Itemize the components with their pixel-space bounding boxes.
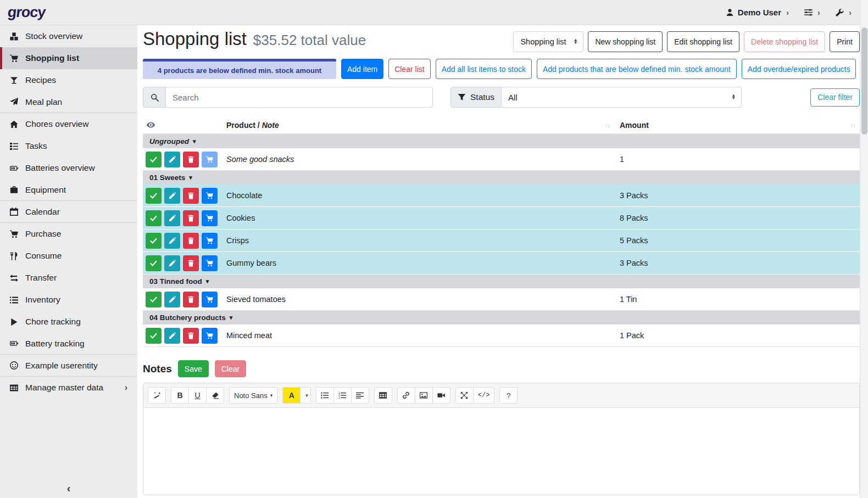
page-header: Shopping list $35.52 total value Shoppin…	[143, 29, 860, 52]
sidebar-item-batteries-overview[interactable]: Batteries overview	[0, 157, 137, 179]
edit-shopping-list-button[interactable]: Edit shopping list	[667, 31, 739, 52]
sidebar-item-tasks[interactable]: Tasks	[0, 135, 137, 157]
insert-video-button[interactable]	[432, 387, 450, 404]
clear-filter-button[interactable]: Clear filter	[810, 88, 860, 107]
user-menu[interactable]: Demo User ›	[726, 8, 789, 17]
edit-item-button[interactable]	[164, 292, 180, 307]
sidebar-item-inventory[interactable]: Inventory	[0, 289, 137, 311]
grocy-logo[interactable]: grocy	[7, 4, 46, 21]
sidebar-item-chores-overview[interactable]: Chores overview	[0, 113, 137, 135]
edit-item-button[interactable]	[164, 188, 180, 204]
print-button[interactable]: Print	[830, 31, 860, 52]
sidebar-item-shopping-list[interactable]: Shopping list	[0, 47, 137, 69]
sidebar-item-recipes[interactable]: Recipes	[0, 69, 137, 91]
new-shopping-list-button[interactable]: New shopping list	[588, 31, 663, 52]
delete-item-button[interactable]	[183, 292, 199, 307]
search-input[interactable]	[166, 87, 433, 108]
add-overdue-button[interactable]: Add overdue/expired products	[742, 59, 856, 79]
product-group-header[interactable]: 04 Butchery products▾	[143, 311, 860, 324]
sidebar-item-battery-tracking[interactable]: Battery tracking	[0, 333, 137, 355]
sidebar-item-meal-plan[interactable]: Meal plan	[0, 91, 137, 113]
highlight-caret-button[interactable]: ▾	[300, 387, 311, 404]
done-button[interactable]	[146, 210, 162, 226]
help-button[interactable]: ?	[499, 387, 518, 404]
underline-button[interactable]: U	[188, 387, 207, 404]
status-select[interactable]: All ▲▼	[502, 87, 742, 108]
ordered-list-button[interactable]: 123	[333, 387, 352, 404]
edit-item-button[interactable]	[164, 233, 180, 249]
delete-item-button[interactable]	[183, 233, 199, 249]
delete-item-button[interactable]	[183, 328, 199, 344]
edit-item-button[interactable]	[164, 255, 180, 271]
sidebar-item-manage-master-data[interactable]: Manage master data›	[0, 377, 137, 399]
notes-clear-button[interactable]: Clear	[215, 360, 246, 377]
paragraph-align-button[interactable]	[351, 387, 369, 404]
add-to-stock-button[interactable]	[202, 233, 218, 249]
sidebar-item-consume[interactable]: Consume	[0, 245, 137, 267]
insert-picture-button[interactable]	[415, 387, 433, 404]
product-column-header[interactable]: Product /Note	[226, 121, 279, 130]
clear-list-button[interactable]: Clear list	[388, 59, 430, 79]
min-stock-notice[interactable]: 4 products are below defined min. stock …	[143, 59, 336, 79]
notes-editor-area[interactable]	[143, 408, 859, 495]
scrollbar-thumb[interactable]	[861, 27, 867, 135]
add-to-stock-button[interactable]	[202, 152, 218, 167]
align-left-icon	[356, 391, 364, 399]
shopping-list-select[interactable]: Shopping list ▲▼	[513, 31, 583, 52]
edit-item-button[interactable]	[164, 328, 180, 344]
bold-button[interactable]: B	[171, 387, 189, 404]
fullscreen-button[interactable]	[455, 387, 474, 404]
add-to-stock-button[interactable]	[202, 328, 218, 344]
sort-icon[interactable]: ↑↓	[850, 122, 855, 128]
done-button[interactable]	[146, 292, 162, 307]
amount-column-header[interactable]: Amount	[620, 121, 649, 130]
done-button[interactable]	[146, 188, 162, 204]
sidebar-item-equipment[interactable]: Equipment	[0, 179, 137, 201]
eye-icon[interactable]	[146, 120, 155, 130]
sidebar-collapse-button[interactable]: ‹	[0, 482, 137, 495]
add-item-button[interactable]: Add item	[341, 59, 383, 79]
list-icon	[8, 296, 19, 304]
highlight-color-button[interactable]: A	[282, 387, 301, 404]
sort-icon[interactable]: ↑↓	[605, 122, 610, 128]
admin-menu[interactable]: ›	[836, 8, 852, 17]
sidebar-item-example-userentity[interactable]: Example userentity	[0, 355, 137, 377]
done-button[interactable]	[146, 328, 162, 344]
code-view-button[interactable]: </>	[473, 387, 495, 404]
done-button[interactable]	[146, 255, 162, 271]
unordered-list-button[interactable]	[316, 387, 334, 404]
delete-item-button[interactable]	[183, 152, 199, 167]
product-group-header[interactable]: 03 Tinned food▾	[143, 275, 860, 288]
notes-save-button[interactable]: Save	[178, 360, 209, 377]
insert-link-button[interactable]	[397, 387, 415, 404]
settings-menu[interactable]: ›	[804, 8, 820, 17]
product-group-header[interactable]: 01 Sweets▾	[143, 171, 860, 184]
sidebar-item-purchase[interactable]: Purchase	[0, 223, 137, 245]
done-button[interactable]	[146, 152, 162, 167]
add-all-to-stock-button[interactable]: Add all list items to stock	[436, 59, 532, 79]
add-to-stock-button[interactable]	[202, 210, 218, 226]
edit-item-button[interactable]	[164, 152, 180, 167]
add-to-stock-button[interactable]	[202, 188, 218, 204]
add-to-stock-button[interactable]	[202, 255, 218, 271]
sidebar-item-stock-overview[interactable]: Stock overview	[0, 25, 137, 47]
product-group-header[interactable]: Ungrouped▾	[143, 135, 860, 148]
add-below-min-button[interactable]: Add products that are below defined min.…	[537, 59, 737, 79]
delete-item-button[interactable]	[183, 210, 199, 226]
editor-toolbar: BUNoto Sans▾A▾123</>?	[143, 383, 859, 408]
page-titles: Shopping list $35.52 total value	[143, 29, 366, 49]
delete-shopping-list-button[interactable]: Delete shopping list	[744, 31, 825, 52]
scrollbar[interactable]	[860, 0, 868, 498]
edit-item-button[interactable]	[164, 210, 180, 226]
add-to-stock-button[interactable]	[202, 292, 218, 307]
clear-format-button[interactable]	[206, 387, 224, 404]
insert-table-button[interactable]	[374, 387, 392, 404]
style-magic-button[interactable]	[148, 387, 166, 404]
sidebar-item-calendar[interactable]: Calendar	[0, 201, 137, 223]
delete-item-button[interactable]	[183, 255, 199, 271]
sidebar-item-transfer[interactable]: Transfer	[0, 267, 137, 289]
done-button[interactable]	[146, 233, 162, 249]
delete-item-button[interactable]	[183, 188, 199, 204]
font-family-button[interactable]: Noto Sans▾	[229, 387, 277, 404]
sidebar-item-chore-tracking[interactable]: Chore tracking	[0, 311, 137, 333]
